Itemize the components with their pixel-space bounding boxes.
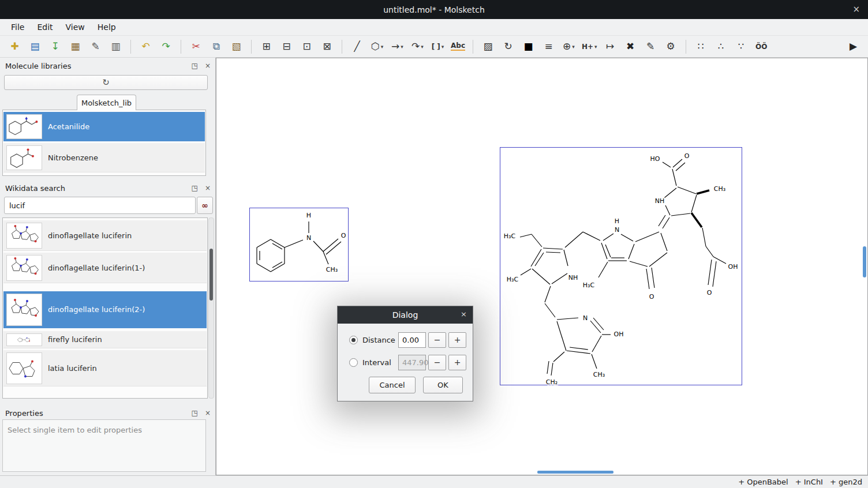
radical-dots-button[interactable]: ∴ — [713, 39, 729, 55]
selected-molecule-luciferin[interactable]: HOOCH₃NHHNH₃COHOH₃CNHH₃CONOHCH₃CH₂ — [500, 147, 742, 385]
tab-molsketch-lib[interactable]: Molsketch_lib — [77, 95, 136, 110]
align-tool-button[interactable]: ✎ — [642, 39, 659, 55]
clean-structure-icon: ⚙ — [667, 42, 675, 51]
line-width-button[interactable]: ≡ — [540, 39, 557, 55]
dropdown-caret-icon[interactable]: ▾ — [401, 44, 403, 50]
color-button[interactable]: ■ — [520, 39, 537, 55]
mechanism-arrow-button[interactable]: ↷▾ — [409, 39, 426, 55]
zoom-out-button[interactable]: ⊟ — [278, 39, 295, 55]
menu-edit[interactable]: Edit — [31, 20, 59, 34]
export-button[interactable]: ✎ — [87, 39, 104, 55]
canvas-horizontal-scrollbar-thumb[interactable] — [537, 471, 613, 474]
wikidata-scrollbar-thumb[interactable] — [209, 249, 213, 301]
wikidata-search-button[interactable]: ∞ — [197, 197, 213, 214]
open-button[interactable]: ▤ — [27, 39, 43, 55]
toolbar-separator — [342, 40, 342, 54]
statusbar: + OpenBabel + InChI + gen2d — [0, 475, 868, 488]
paste-button[interactable]: ▧ — [228, 39, 245, 55]
draw-tool-button[interactable]: ╱ — [349, 39, 365, 55]
selected-molecule-acetanilide[interactable]: HNOCH₃ — [249, 208, 349, 281]
wikidata-result-latia-luciferin[interactable]: latia luciferin — [3, 350, 207, 386]
cut-button[interactable]: ✂ — [188, 39, 204, 55]
new-file-button[interactable]: ✚ — [6, 39, 23, 55]
library-item-nitrobenzene[interactable]: Nitrobenzene — [3, 143, 205, 172]
properties-panel-title: Properties — [5, 409, 43, 418]
close-panel-icon[interactable]: × — [205, 409, 211, 417]
menu-view[interactable]: View — [59, 20, 91, 34]
wikidata-search-input[interactable] — [4, 197, 196, 214]
menu-help[interactable]: Help — [91, 20, 122, 34]
dropdown-caret-icon[interactable]: ▾ — [381, 44, 384, 50]
copy-button[interactable]: ⧉ — [208, 39, 225, 55]
arrow-right-icon: → — [391, 42, 399, 51]
ring-tool-button[interactable]: ⬡▾ — [369, 39, 386, 55]
wikidata-result-dinoflagellate-luciferin[interactable]: dinoflagellate luciferin — [3, 220, 207, 251]
dropdown-caret-icon[interactable]: ▾ — [594, 44, 597, 50]
library-item-acetanilide[interactable]: Acetanilide — [3, 112, 205, 141]
draw-line-icon: ╱ — [354, 42, 360, 51]
svg-text:N: N — [583, 314, 588, 322]
dropdown-caret-icon[interactable]: ▾ — [442, 44, 444, 50]
menubar: FileEditViewHelp — [0, 19, 868, 36]
wikidata-result-firefly-luciferin[interactable]: firefly luciferin — [3, 331, 207, 348]
delete-tool-button[interactable]: ✖ — [622, 39, 639, 55]
window-close-button[interactable]: × — [852, 4, 860, 14]
undock-panel-icon[interactable]: ◳ — [192, 184, 198, 192]
svg-text:O: O — [707, 289, 712, 296]
wikidata-result-dinoflagellate-luciferin-2[interactable]: dinoflagellate luciferin(2-) — [3, 291, 207, 328]
titlebar[interactable]: untitled.mol* - Molsketch × — [0, 0, 868, 19]
distance-value-input[interactable]: 0.00 — [398, 332, 426, 348]
bracket-tool-button[interactable]: [ ]▾ — [429, 39, 446, 55]
undock-panel-icon[interactable]: ◳ — [192, 409, 198, 417]
lone-pair-button[interactable]: ∵ — [733, 39, 750, 55]
distance-label: Distance — [362, 336, 395, 344]
close-panel-icon[interactable]: × — [205, 184, 211, 192]
charge-tool-button[interactable]: ⊕▾ — [560, 39, 577, 55]
libraries-panel-header: Molecule libraries ◳ × — [0, 60, 216, 72]
interval-value-input[interactable]: 447.90 — [398, 355, 426, 370]
wikidata-scrollbar-track[interactable] — [208, 217, 214, 399]
hydrogen-tool-button[interactable]: H+▾ — [581, 39, 598, 55]
undock-panel-icon[interactable]: ◳ — [192, 62, 198, 70]
lone-pair-icon: ∵ — [738, 42, 744, 51]
menu-file[interactable]: File — [5, 20, 31, 34]
cancel-button[interactable]: Cancel — [369, 377, 416, 393]
toolbar-extension-button[interactable]: ▶ — [845, 39, 862, 55]
redo-button[interactable]: ↷ — [158, 39, 174, 55]
zoom-in-button[interactable]: ⊞ — [258, 39, 275, 55]
distance-radio[interactable] — [349, 336, 358, 344]
zoom-fit-button[interactable]: ⊠ — [319, 39, 335, 55]
save-as-button[interactable]: ▦ — [67, 39, 84, 55]
save-button[interactable]: ↧ — [47, 39, 63, 55]
lone-pair-atoms-button[interactable]: ÖÖ — [753, 39, 770, 55]
print-button[interactable]: ▥ — [107, 39, 124, 55]
canvas-vertical-scrollbar-thumb[interactable] — [863, 246, 866, 277]
dropdown-caret-icon[interactable]: ▾ — [421, 44, 424, 50]
dialog-close-button[interactable]: × — [461, 310, 467, 318]
refresh-library-button[interactable]: ↻ — [4, 75, 208, 90]
text-tool-button[interactable]: Abc — [450, 39, 466, 55]
interval-increment-button[interactable]: + — [448, 355, 466, 370]
drawing-canvas[interactable]: HNOCH₃ HOOCH₃NHHNH₃COHOH₃CNHH₃CONOHCH₃CH… — [216, 58, 868, 475]
zoom-original-button[interactable]: ⊡ — [298, 39, 315, 55]
interval-radio[interactable] — [349, 358, 358, 367]
wikidata-result-dinoflagellate-luciferin-1[interactable]: dinoflagellate luciferin(1-) — [3, 253, 207, 283]
implicit-hydrogen-button[interactable]: ↦ — [602, 39, 619, 55]
distance-decrement-button[interactable]: − — [428, 332, 446, 348]
ok-button[interactable]: OK — [423, 377, 463, 393]
properties-placeholder: Select single item to edit properties — [2, 419, 206, 472]
dialog-titlebar[interactable]: Dialog × — [338, 306, 473, 324]
interval-decrement-button[interactable]: − — [428, 355, 446, 370]
rotate-button[interactable]: ↻ — [500, 39, 517, 55]
svg-text:OH: OH — [614, 331, 624, 338]
clean-structure-button[interactable]: ⚙ — [663, 39, 679, 55]
distance-increment-button[interactable]: + — [448, 332, 466, 348]
undo-button[interactable]: ↶ — [137, 39, 154, 55]
hatch-bond-button[interactable]: ▨ — [480, 39, 496, 55]
svg-text:N: N — [306, 234, 311, 242]
electron-pair-button[interactable]: ∷ — [693, 39, 709, 55]
copy-pages-icon: ⧉ — [212, 42, 219, 51]
reaction-arrow-button[interactable]: →▾ — [389, 39, 406, 55]
dropdown-caret-icon[interactable]: ▾ — [572, 44, 575, 50]
close-panel-icon[interactable]: × — [205, 62, 211, 70]
